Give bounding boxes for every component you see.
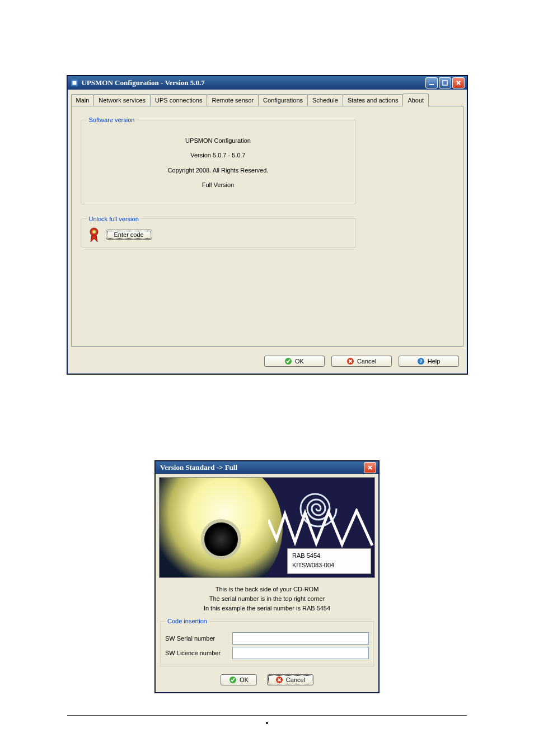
sv-line3: Copyright 2008. All Rights Reserved. — [87, 163, 350, 178]
tabstrip: Main Network services UPS connections Re… — [68, 90, 467, 106]
zigzag-graphic — [268, 508, 374, 548]
tab-configurations[interactable]: Configurations — [258, 94, 308, 106]
tab-ups-connections[interactable]: UPS connections — [150, 94, 207, 106]
tab-states-and-actions[interactable]: States and actions — [343, 94, 404, 106]
enter-code-button[interactable]: Enter code — [106, 230, 152, 240]
serial-line2: KITSW083-004 — [292, 561, 366, 570]
cancel-icon — [275, 676, 283, 684]
app-icon — [70, 78, 79, 87]
sv-line4: Full Version — [87, 178, 350, 192]
unlock-legend: Unlock full version — [87, 216, 141, 222]
sv-line1: UPSMON Configuration — [87, 133, 350, 148]
titlebar[interactable]: UPSMON Configuration - Version 5.0.7 — [68, 76, 467, 90]
serial-line1: RAB 5454 — [292, 551, 366, 561]
titlebar[interactable]: Version Standard -> Full — [156, 461, 378, 474]
tab-schedule[interactable]: Schedule — [307, 94, 343, 106]
tabpage-about: Software version UPSMON Configuration Ve… — [71, 106, 463, 347]
sv-line2: Version 5.0.7 - 5.0.7 — [87, 148, 350, 162]
help-button[interactable]: ? Help — [399, 356, 459, 367]
dialog-footer: OK Cancel — [156, 670, 378, 692]
code-insertion-group: Code insertion SW Serial number SW Licen… — [160, 618, 374, 666]
close-button[interactable] — [364, 462, 376, 473]
page-number — [0, 719, 534, 726]
sw-serial-label: SW Serial number — [165, 635, 227, 642]
tab-network-services[interactable]: Network services — [93, 94, 151, 106]
tab-main[interactable]: Main — [71, 94, 95, 106]
help-icon: ? — [417, 357, 425, 365]
svg-rect-1 — [72, 81, 76, 85]
cancel-button[interactable]: Cancel — [331, 356, 392, 367]
svg-text:?: ? — [419, 358, 423, 364]
minimize-button[interactable] — [425, 77, 438, 88]
software-version-legend: Software version — [87, 116, 137, 123]
ok-icon — [229, 676, 237, 684]
tab-about[interactable]: About — [402, 94, 429, 106]
serial-illustration-box: RAB 5454 KITSW083-004 — [287, 548, 371, 574]
version-upgrade-window: Version Standard -> Full RAB 5454 KITSW0… — [155, 461, 379, 693]
page-divider — [67, 715, 467, 716]
dialog-footer: OK Cancel ? Help — [68, 350, 467, 374]
software-version-group: Software version UPSMON Configuration Ve… — [81, 116, 356, 204]
desc-line1: This is the back side of your CD-ROM — [161, 585, 373, 594]
code-insertion-legend: Code insertion — [165, 618, 209, 624]
cancel-button[interactable]: Cancel — [267, 674, 313, 685]
unlock-group: Unlock full version Enter code — [81, 216, 356, 248]
ribbon-icon — [88, 227, 100, 242]
ok-button[interactable]: OK — [221, 674, 257, 685]
svg-rect-3 — [443, 81, 447, 85]
ok-button[interactable]: OK — [264, 356, 325, 367]
svg-point-5 — [92, 230, 95, 233]
window-title: Version Standard -> Full — [158, 463, 364, 472]
sw-serial-input[interactable] — [232, 632, 369, 645]
window-title: UPSMON Configuration - Version 5.0.7 — [82, 78, 425, 87]
upsmon-config-window: UPSMON Configuration - Version 5.0.7 Mai… — [67, 76, 467, 374]
desc-line2: The serial number is in the top right co… — [161, 594, 373, 604]
desc-line3: In this example the serial number is RAB… — [161, 604, 373, 613]
close-button[interactable] — [452, 77, 465, 88]
maximize-button[interactable] — [439, 77, 451, 88]
cd-illustration: RAB 5454 KITSW083-004 — [159, 477, 375, 578]
window-buttons — [425, 77, 465, 88]
cd-description: This is the back side of your CD-ROM The… — [156, 581, 378, 617]
svg-rect-2 — [429, 84, 434, 85]
ok-icon — [284, 357, 292, 365]
tab-remote-sensor[interactable]: Remote sensor — [207, 94, 259, 106]
sw-licence-input[interactable] — [232, 647, 369, 659]
sw-licence-label: SW Licence number — [165, 650, 227, 656]
cancel-icon — [346, 357, 354, 365]
